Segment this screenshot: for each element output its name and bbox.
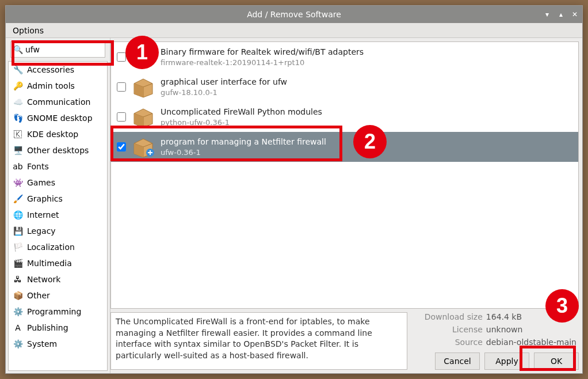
package-text: graphical user interface for ufwgufw-18.… [161,77,287,97]
package-subtitle: python-ufw-0.36-1 [161,118,322,128]
minimize-icon[interactable]: ▾ [543,10,551,18]
button-row: Cancel Apply OK [412,353,579,370]
license-label: License [425,325,483,334]
package-text: program for managing a Netfilter firewal… [161,137,326,157]
package-title: Binary firmware for Realtek wired/wifi/B… [161,47,364,58]
package-checkbox[interactable] [117,52,126,62]
category-label: Fonts [27,162,49,171]
description-box: The Uncomplicated FireWall is a front-en… [110,312,407,370]
category-label: Other [27,291,50,300]
package-row[interactable]: program for managing a Netfilter firewal… [111,132,578,162]
category-icon: 📦 [12,290,24,301]
category-label: GNOME desktop [27,113,93,123]
category-icon: ☁️ [12,96,24,108]
window-title: Add / Remove Software [6,10,582,19]
category-item[interactable]: 🔑Admin tools [9,78,107,94]
package-text: Binary firmware for Realtek wired/wifi/B… [161,47,364,67]
category-label: Admin tools [27,81,75,90]
package-row[interactable]: graphical user interface for ufwgufw-18.… [111,72,578,102]
category-item[interactable]: 📦Other [9,287,107,304]
category-item[interactable]: 🇰KDE desktop [9,126,107,142]
category-item[interactable]: 🖧Network [9,271,107,287]
category-icon: 👾 [12,177,24,188]
maximize-icon[interactable]: ▴ [557,10,565,18]
menu-options[interactable]: Options [8,24,48,37]
package-list[interactable]: Binary firmware for Realtek wired/wifi/B… [110,41,579,309]
package-icon [132,135,155,158]
package-subtitle: ufw-0.36-1 [161,147,326,158]
package-subtitle: firmware-realtek-1:20190114-1+rpt10 [161,58,364,68]
download-size-value: 164.4 kB [486,312,576,321]
category-item[interactable]: 👣GNOME desktop [9,110,107,126]
category-icon: 🖌️ [12,193,24,204]
package-icon-wrap [132,105,155,128]
source-label: Source [425,338,483,347]
sidebar: 🔍 🔧Accessories🔑Admin tools☁️Communicatio… [6,38,110,373]
category-item[interactable]: ⚙️Programming [9,304,107,320]
app-window: Add / Remove Software ▾ ▴ ✕ Options 🔍 🔧A… [5,5,583,374]
category-item[interactable]: 🖌️Graphics [9,191,107,207]
titlebar: Add / Remove Software ▾ ▴ ✕ [6,6,582,23]
category-icon: 💾 [12,225,24,237]
package-checkbox[interactable] [117,142,126,151]
category-label: Programming [27,307,81,316]
category-icon: ab [12,161,24,172]
category-item[interactable]: 🖥️Other desktops [9,142,107,158]
category-icon: 👣 [12,112,24,124]
category-icon: 🎬 [12,257,24,269]
meta-grid: Download size 164.4 kB License unknown S… [412,312,579,347]
package-title: graphical user interface for ufw [161,77,287,88]
package-icon-wrap [132,75,155,98]
category-item[interactable]: 🔧Accessories [9,62,107,78]
category-item[interactable]: 🌐Internet [9,207,107,223]
package-checkbox[interactable] [117,112,126,122]
category-label: Multimedia [27,259,72,268]
bottom-panel: The Uncomplicated FireWall is a front-en… [110,309,582,373]
main-panel: Binary firmware for Realtek wired/wifi/B… [110,38,582,373]
category-label: Localization [27,242,75,252]
category-item[interactable]: 🎬Multimedia [9,255,107,271]
package-title: Uncomplicated FireWall Python modules [161,107,322,118]
package-subtitle: gufw-18.10.0-1 [161,88,287,98]
download-size-label: Download size [425,312,483,321]
search-box[interactable]: 🔍 [10,41,105,58]
category-icon: 🏳️ [12,241,24,253]
package-icon [132,105,155,128]
category-label: System [27,339,57,348]
package-icon-wrap [132,135,155,158]
ok-button[interactable]: OK [534,353,579,370]
category-icon: 🔧 [12,64,24,75]
category-item[interactable]: ⚙️System [9,336,107,352]
category-label: Graphics [27,194,63,203]
category-icon: 🖧 [12,274,24,285]
category-item[interactable]: abFonts [9,158,107,175]
close-icon[interactable]: ✕ [571,10,579,18]
category-item[interactable]: 👾Games [9,175,107,191]
search-icon: 🔍 [13,45,23,54]
info-panel: Download size 164.4 kB License unknown S… [412,312,579,370]
window-buttons: ▾ ▴ ✕ [543,6,579,23]
category-icon: 🌐 [12,209,24,221]
category-item[interactable]: APublishing [9,320,107,336]
package-row[interactable]: Binary firmware for Realtek wired/wifi/B… [111,42,578,72]
category-label: Legacy [27,226,56,236]
package-text: Uncomplicated FireWall Python modulespyt… [161,107,322,127]
package-checkbox[interactable] [117,82,126,92]
category-list[interactable]: 🔧Accessories🔑Admin tools☁️Communication👣… [8,61,108,371]
category-item[interactable]: 💾Legacy [9,223,107,239]
cancel-button[interactable]: Cancel [435,353,480,370]
category-label: Games [27,178,55,187]
category-icon: 🇰 [12,128,24,140]
package-row[interactable]: Uncomplicated FireWall Python modulespyt… [111,102,578,132]
category-label: Publishing [27,323,68,332]
category-label: Internet [27,210,59,219]
source-value: debian-oldstable-main [486,338,576,347]
category-label: Communication [27,97,90,107]
category-item[interactable]: 🏳️Localization [9,239,107,255]
category-item[interactable]: ☁️Communication [9,94,107,110]
menubar: Options [6,23,582,38]
category-icon: 🖥️ [12,145,24,156]
package-title: program for managing a Netfilter firewal… [161,137,326,147]
apply-button[interactable]: Apply [484,353,529,370]
category-icon: ⚙️ [12,306,24,317]
